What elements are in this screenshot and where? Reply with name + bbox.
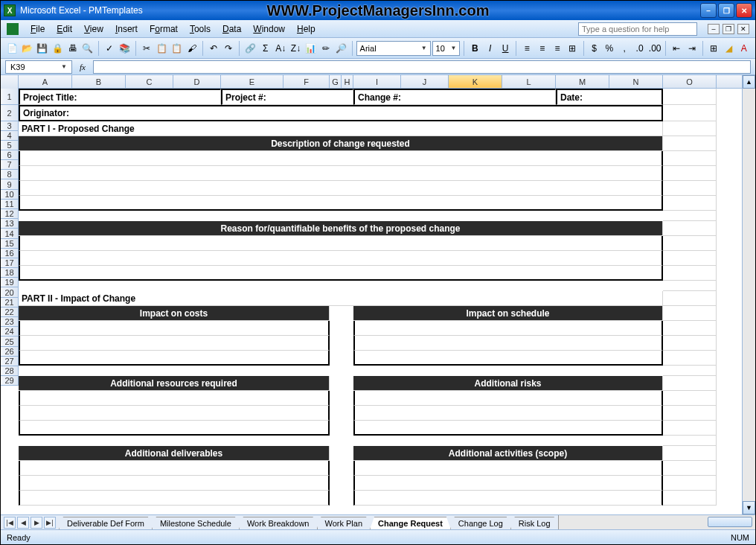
print-icon[interactable]: 🖶	[65, 40, 79, 57]
tab-last-icon[interactable]: ▶|	[44, 517, 56, 529]
maximize-button[interactable]: ❐	[718, 3, 734, 18]
col-header-n[interactable]: N	[609, 75, 663, 88]
cell[interactable]	[663, 151, 717, 166]
row-header[interactable]: 18	[1, 268, 19, 278]
cell[interactable]	[19, 476, 330, 491]
cell[interactable]	[663, 251, 717, 266]
cell[interactable]	[663, 121, 717, 136]
format-painter-icon[interactable]: 🖌	[185, 40, 199, 57]
row-header[interactable]: 13	[1, 219, 19, 229]
cell[interactable]	[663, 306, 717, 321]
cell[interactable]	[330, 491, 353, 506]
fx-label[interactable]: fx	[80, 63, 86, 71]
cell[interactable]	[19, 391, 330, 406]
sheet-tab[interactable]: Milestone Schedule	[152, 517, 240, 529]
cell[interactable]	[19, 196, 663, 211]
cell-date[interactable]: Date:	[556, 89, 663, 105]
cell[interactable]	[353, 421, 663, 436]
cell[interactable]	[353, 391, 663, 406]
cell[interactable]	[19, 366, 663, 376]
tab-prev-icon[interactable]: ◀	[17, 517, 29, 529]
cell[interactable]	[663, 476, 717, 491]
row-header[interactable]: 22	[1, 307, 19, 317]
new-icon[interactable]: 📄	[5, 40, 19, 57]
col-header-h[interactable]: H	[342, 75, 353, 88]
scroll-up-icon[interactable]: ▲	[743, 75, 755, 89]
cell-part2-title[interactable]: PART II - Impact of Change	[19, 291, 663, 306]
mdi-restore[interactable]: ❐	[723, 24, 734, 34]
row-header[interactable]: 17	[1, 258, 19, 268]
cell[interactable]	[663, 406, 717, 421]
cells-area[interactable]: Project Title: Project #: Change #: Date…	[19, 89, 717, 506]
cell[interactable]	[330, 306, 353, 321]
cell[interactable]	[19, 281, 663, 291]
col-header-d[interactable]: D	[173, 75, 221, 88]
cell-resources-header[interactable]: Additional resources required	[19, 376, 330, 391]
cell[interactable]	[19, 436, 663, 446]
col-header-b[interactable]: B	[72, 75, 126, 88]
row-header[interactable]: 12	[1, 209, 19, 219]
font-size-select[interactable]: 10 ▼	[432, 41, 461, 56]
open-icon[interactable]: 📂	[20, 40, 33, 57]
currency-icon[interactable]: $	[587, 40, 600, 57]
col-header-j[interactable]: J	[401, 75, 449, 88]
cell[interactable]	[663, 236, 717, 251]
row-header[interactable]: 23	[1, 317, 19, 327]
cell[interactable]	[663, 391, 717, 406]
row-header[interactable]: 24	[1, 327, 19, 337]
cell-desc-header[interactable]: Description of change requested	[19, 136, 663, 151]
mdi-minimize[interactable]: –	[708, 24, 720, 34]
cell[interactable]	[663, 136, 717, 151]
cell[interactable]	[353, 321, 663, 336]
cell[interactable]	[663, 336, 717, 351]
formula-input[interactable]	[93, 60, 751, 74]
comma-icon[interactable]: ,	[618, 40, 631, 57]
mdi-close[interactable]: ✕	[737, 24, 749, 34]
cell[interactable]	[330, 376, 353, 391]
horizontal-scrollbar[interactable]	[558, 515, 755, 529]
cell[interactable]	[19, 151, 663, 166]
sort-desc-icon[interactable]: Z↓	[289, 40, 302, 57]
cell[interactable]	[330, 336, 353, 351]
cell[interactable]	[353, 476, 663, 491]
cell[interactable]	[19, 336, 330, 351]
percent-icon[interactable]: %	[603, 40, 616, 57]
row-header[interactable]: 28	[1, 366, 19, 376]
row-header[interactable]: 11	[1, 200, 19, 209]
cell[interactable]	[353, 336, 663, 351]
undo-icon[interactable]: ↶	[207, 40, 220, 57]
fill-color-icon[interactable]: ◢	[722, 40, 735, 57]
drawing-icon[interactable]: ✏	[319, 40, 333, 57]
row-header[interactable]: 5	[1, 141, 19, 150]
sheet-tab[interactable]: Work Breakdown	[239, 517, 318, 529]
bold-icon[interactable]: B	[468, 40, 481, 57]
row-header[interactable]: 19	[1, 278, 19, 287]
cell[interactable]	[19, 406, 330, 421]
print-preview-icon[interactable]: 🔍	[81, 40, 94, 57]
tab-next-icon[interactable]: ▶	[31, 517, 42, 529]
align-left-icon[interactable]: ≡	[520, 40, 534, 57]
sort-asc-icon[interactable]: A↓	[274, 40, 287, 57]
cell[interactable]	[19, 491, 330, 506]
vertical-scrollbar[interactable]: ▲ ▼	[742, 75, 755, 514]
col-header-c[interactable]: C	[126, 75, 173, 88]
zoom-icon[interactable]: 🔎	[334, 40, 347, 57]
cell[interactable]	[353, 491, 663, 506]
underline-icon[interactable]: U	[499, 40, 512, 57]
sheet-tab-active[interactable]: Change Request	[370, 517, 451, 529]
col-header-k[interactable]: K	[449, 75, 502, 88]
cell-activities-header[interactable]: Additional activities (scope)	[353, 446, 663, 461]
name-box[interactable]: K39 ▼	[5, 60, 72, 74]
cell[interactable]	[663, 461, 717, 476]
cell[interactable]	[19, 461, 330, 476]
row-header[interactable]: 6	[1, 150, 19, 160]
cell[interactable]	[663, 376, 717, 391]
menu-file[interactable]: File	[25, 22, 51, 36]
sheet-tab[interactable]: Change Log	[450, 517, 511, 529]
row-header[interactable]: 10	[1, 190, 19, 200]
menu-tools[interactable]: Tools	[184, 22, 217, 36]
col-header-o[interactable]: O	[663, 75, 717, 88]
cell[interactable]	[663, 281, 717, 291]
cell-costs-header[interactable]: Impact on costs	[19, 306, 330, 321]
col-header-f[interactable]: F	[284, 75, 330, 88]
